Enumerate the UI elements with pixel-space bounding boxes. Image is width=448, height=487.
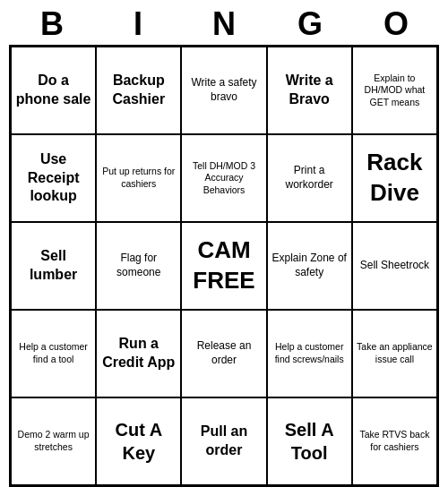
- cell-r4-c1[interactable]: Cut A Key: [96, 397, 181, 485]
- bingo-letter-b: B: [12, 5, 92, 43]
- cell-text-r4-c3: Sell A Tool: [271, 418, 348, 465]
- cell-text-r3-c0: Help a customer find a tool: [15, 341, 91, 365]
- cell-r0-c4[interactable]: Explain to DH/MOD what GET means: [352, 47, 437, 134]
- cell-r2-c3[interactable]: Explain Zone of safety: [267, 222, 352, 310]
- bingo-letter-o: O: [356, 5, 436, 43]
- cell-text-r4-c0: Demo 2 warm up stretches: [15, 429, 91, 453]
- cell-r2-c0[interactable]: Sell lumber: [11, 222, 96, 310]
- cell-r4-c3[interactable]: Sell A Tool: [267, 397, 352, 485]
- cell-r2-c1[interactable]: Flag for someone: [96, 222, 181, 310]
- cell-r0-c1[interactable]: Backup Cashier: [96, 47, 181, 134]
- cell-text-r0-c3: Write a Bravo: [271, 72, 348, 109]
- cell-text-r3-c2: Release an order: [185, 339, 262, 367]
- cell-r3-c2[interactable]: Release an order: [181, 310, 266, 397]
- cell-text-r2-c0: Sell lumber: [15, 247, 91, 285]
- cell-r1-c4[interactable]: Rack Dive: [352, 134, 437, 222]
- cell-r3-c3[interactable]: Help a customer find screws/nails: [267, 310, 352, 397]
- cell-text-r1-c3: Print a workorder: [271, 164, 348, 192]
- cell-text-r3-c4: Take an appliance issue call: [357, 341, 433, 365]
- cell-r3-c4[interactable]: Take an appliance issue call: [352, 310, 437, 397]
- cell-r4-c4[interactable]: Take RTVS back for cashiers: [352, 397, 437, 485]
- cell-text-r2-c4: Sell Sheetrock: [360, 259, 429, 273]
- cell-text-r0-c1: Backup Cashier: [100, 72, 177, 109]
- bingo-letter-i: I: [98, 5, 178, 43]
- cell-text-r1-c4: Rack Dive: [357, 148, 433, 209]
- cell-r4-c0[interactable]: Demo 2 warm up stretches: [11, 397, 96, 485]
- cell-text-r1-c1: Put up returns for cashiers: [100, 166, 177, 190]
- cell-r1-c0[interactable]: Use Receipt lookup: [11, 134, 96, 222]
- cell-r1-c2[interactable]: Tell DH/MOD 3 Accuracy Behaviors: [181, 134, 266, 222]
- cell-text-r3-c1: Run a Credit App: [100, 335, 177, 372]
- cell-text-r3-c3: Help a customer find screws/nails: [271, 341, 348, 365]
- cell-text-r1-c2: Tell DH/MOD 3 Accuracy Behaviors: [185, 160, 262, 197]
- cell-text-r2-c2: CAM FREE: [185, 235, 262, 296]
- bingo-grid: Do a phone saleBackup CashierWrite a saf…: [9, 45, 439, 487]
- cell-text-r4-c1: Cut A Key: [100, 418, 177, 465]
- cell-r1-c3[interactable]: Print a workorder: [267, 134, 352, 222]
- cell-text-r4-c4: Take RTVS back for cashiers: [357, 429, 433, 453]
- cell-text-r2-c3: Explain Zone of safety: [271, 252, 348, 279]
- cell-r0-c0[interactable]: Do a phone sale: [11, 47, 96, 134]
- cell-r2-c4[interactable]: Sell Sheetrock: [352, 222, 437, 310]
- cell-r4-c2[interactable]: Pull an order: [181, 397, 266, 485]
- cell-text-r4-c2: Pull an order: [185, 423, 262, 460]
- bingo-letter-n: N: [184, 5, 264, 43]
- cell-r3-c0[interactable]: Help a customer find a tool: [11, 310, 96, 397]
- cell-r2-c2[interactable]: CAM FREE: [181, 222, 266, 310]
- bingo-header: BINGO: [9, 0, 439, 45]
- cell-text-r0-c4: Explain to DH/MOD what GET means: [357, 73, 433, 109]
- cell-text-r1-c0: Use Receipt lookup: [15, 150, 91, 206]
- cell-r3-c1[interactable]: Run a Credit App: [96, 310, 181, 397]
- cell-r1-c1[interactable]: Put up returns for cashiers: [96, 134, 181, 222]
- cell-r0-c2[interactable]: Write a safety bravo: [181, 47, 266, 134]
- cell-r0-c3[interactable]: Write a Bravo: [267, 47, 352, 134]
- cell-text-r0-c0: Do a phone sale: [15, 72, 91, 109]
- cell-text-r2-c1: Flag for someone: [100, 252, 177, 279]
- cell-text-r0-c2: Write a safety bravo: [185, 76, 262, 104]
- bingo-letter-g: G: [270, 5, 350, 43]
